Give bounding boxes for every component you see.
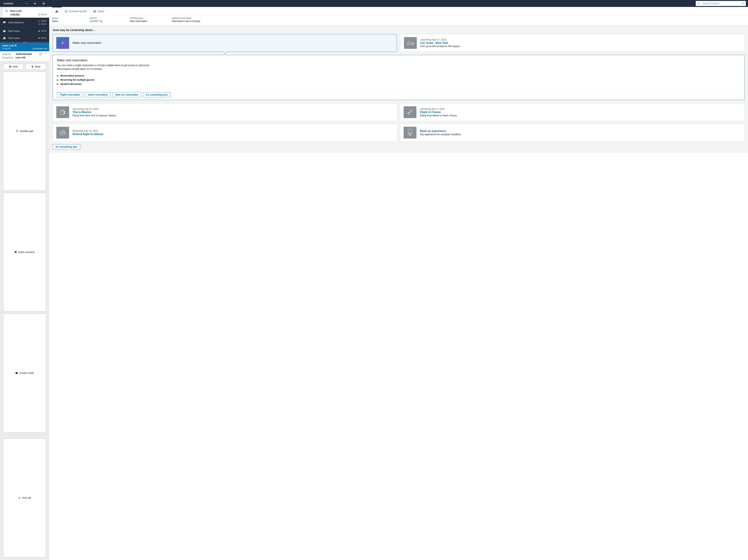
chat-icon: [3, 21, 6, 24]
svg-point-25: [18, 131, 18, 131]
case-id-link[interactable]: 1234567: [89, 20, 102, 23]
action-car[interactable]: New car reservation: [112, 92, 141, 97]
svg-rect-6: [4, 30, 5, 30]
gear-icon: [42, 2, 45, 5]
refresh-button[interactable]: [39, 53, 42, 55]
detail-topic[interactable]: Reservation process: [57, 74, 740, 78]
card-desc: Flying from New York to Cancun, Mexico: [73, 114, 116, 117]
card-date: Refunded July 10, 2022: [73, 129, 103, 132]
svg-point-20: [16, 130, 17, 130]
agent-status-label: Available: [3, 2, 13, 5]
create-task-button[interactable]: Create a task: [3, 314, 46, 433]
call-duration: 00:33: [5, 47, 10, 50]
svg-rect-43: [64, 111, 65, 112]
info-strip: QueueSales Case ID1234567 IVR ResponseNe…: [49, 16, 748, 25]
phone-icon: [5, 9, 8, 12]
tab-label: Cases: [97, 10, 104, 13]
svg-point-1: [698, 3, 699, 4]
tab-home[interactable]: [52, 7, 62, 16]
quick-connects-button[interactable]: Quick connects: [3, 193, 46, 312]
contact-duration: 00:10: [41, 13, 47, 16]
pause-icon: [9, 66, 11, 68]
card-trip-mexico[interactable]: Upcoming Aug 15, 2022 Trip to Mexico Fly…: [53, 103, 397, 121]
something-else-button[interactable]: It's something else: [53, 144, 80, 149]
briefcase-icon: [3, 37, 6, 39]
detail-topic[interactable]: Reserving for multiple guests: [57, 78, 740, 82]
briefcase-icon: [93, 10, 96, 13]
svg-point-24: [17, 131, 17, 131]
svg-point-21: [17, 130, 17, 130]
svg-point-46: [408, 129, 412, 133]
voice-id-value: Authenticated: [16, 53, 32, 55]
card-flight-france[interactable]: Upcoming Dec 5, 2022 Flight to France Fl…: [400, 103, 745, 121]
card-car-rental[interactable]: Upcoming Sep 17, 2022 Car rental - New Y…: [400, 34, 745, 52]
contact-item-chat[interactable]: Sofía Martínez 06:43 02:10: [0, 18, 49, 27]
card-title: Flight to France: [420, 111, 457, 114]
detail-topic[interactable]: Student discounts: [57, 82, 740, 86]
more-button[interactable]: [45, 53, 47, 55]
person-icon: [65, 10, 68, 13]
search-expand-button[interactable]: [740, 2, 746, 4]
card-date: Upcoming Aug 15, 2022: [73, 107, 116, 110]
clock-icon: [38, 20, 40, 22]
pause-icon: [38, 30, 40, 32]
case-id-label: Case ID: [89, 17, 102, 19]
svg-rect-42: [62, 110, 63, 111]
card-refund-atlanta[interactable]: Refunded July 10, 2022 Refund flight to …: [53, 124, 397, 142]
refund-icon: [56, 127, 69, 139]
fraud-risk-label: Fraud Risk:: [2, 56, 14, 59]
ellipsis-icon: [45, 53, 47, 53]
detail-desc-line: Reservations usually takes 10-15 minutes…: [57, 67, 740, 71]
tab-customer-profile[interactable]: Customer profile: [62, 7, 90, 16]
svg-rect-5: [3, 30, 5, 32]
contact-name: Task name: [8, 37, 36, 40]
hold-button[interactable]: Hold: [3, 64, 24, 70]
action-hotel[interactable]: Hotel reservation: [85, 92, 111, 97]
plus-icon: [56, 37, 69, 49]
search-box[interactable]: [696, 1, 746, 6]
action-flight[interactable]: Flight reservation: [57, 92, 83, 97]
fraud-risk-value: Low risk: [16, 56, 25, 59]
card-title: Book an experience: [420, 129, 461, 132]
clock-icon: [38, 14, 40, 16]
numpad-button[interactable]: Number pad: [3, 72, 46, 191]
svg-point-40: [412, 44, 413, 45]
card-title: Car rental - New York: [420, 41, 460, 45]
contacts-icon: [15, 251, 17, 253]
svg-point-14: [45, 53, 45, 53]
agent-status-dropdown[interactable]: Available: [2, 1, 29, 5]
settings-button[interactable]: [41, 1, 47, 6]
svg-rect-44: [64, 113, 65, 114]
contact-name: Sofía Martínez: [8, 21, 36, 24]
section-title: José may be contacting about…: [53, 25, 745, 34]
svg-rect-9: [3, 38, 5, 39]
card-title: Make new reservation: [73, 41, 101, 45]
search-icon: [696, 2, 701, 5]
svg-point-27: [17, 131, 17, 132]
svg-point-22: [18, 130, 18, 130]
call-header: Jose Luis R 00:33 Connected call: [0, 43, 49, 51]
svg-rect-47: [409, 135, 411, 136]
card-date: Upcoming Dec 5, 2022: [420, 107, 457, 110]
add-button[interactable]: [32, 1, 38, 6]
caller-name: Jose Luis R: [2, 44, 47, 47]
contact-item-task[interactable]: Task name 08:12: [0, 34, 49, 42]
card-book-experience[interactable]: Book an experience Top experience for eu…: [400, 124, 745, 142]
contact-item-task[interactable]: Task name 06:43: [0, 27, 49, 34]
copy-icon[interactable]: [100, 20, 102, 22]
tab-cases[interactable]: Cases: [90, 7, 108, 16]
svg-point-4: [39, 23, 40, 25]
svg-rect-32: [16, 372, 17, 372]
queue-label: Queue: [52, 17, 58, 19]
end-call-button[interactable]: End call: [3, 438, 46, 557]
call-status: Connected call: [32, 47, 47, 50]
action-other[interactable]: It's something else: [143, 92, 171, 97]
card-new-reservation[interactable]: Make new reservation: [53, 34, 397, 52]
card-title: Trip to Mexico: [73, 111, 116, 114]
search-input[interactable]: [701, 2, 740, 5]
active-contact-card[interactable]: Jose Luis +191421 00:10: [3, 8, 49, 18]
mute-button[interactable]: Mute: [26, 64, 46, 70]
svg-rect-38: [101, 21, 102, 22]
pause-icon: [38, 37, 40, 39]
contact-name: Task name: [8, 30, 36, 32]
